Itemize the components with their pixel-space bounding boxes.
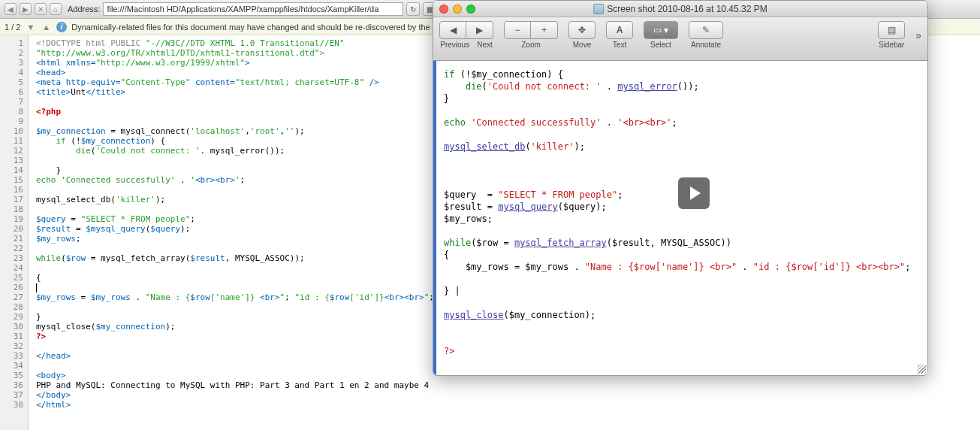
overflow-icon[interactable]: » <box>915 29 921 41</box>
select-button[interactable]: ▭ ▾ <box>644 21 678 39</box>
address-input[interactable] <box>103 2 403 16</box>
preview-body[interactable]: if (!$my_connection) { die('Could not co… <box>433 61 927 375</box>
traffic-lights <box>439 5 475 14</box>
window-titlebar[interactable]: Screen shot 2010-08-16 at 10.45.32 PM <box>433 1 927 17</box>
annotate-label: Annotate <box>691 41 721 49</box>
pager-down-icon[interactable]: ▼ <box>25 23 36 32</box>
zoom-icon[interactable] <box>466 5 475 14</box>
preview-window: Screen shot 2010-08-16 at 10.45.32 PM ◀ … <box>433 0 928 376</box>
minimize-icon[interactable] <box>453 5 462 14</box>
info-icon: i <box>56 22 67 32</box>
nav-group: ◀ ▶ Previous Next <box>439 21 493 49</box>
back-button[interactable]: ◀ <box>5 3 17 15</box>
home-button[interactable]: ⌂ <box>50 3 62 15</box>
next-label: Next <box>477 41 493 49</box>
search-pager: 1 / 2 <box>5 23 20 32</box>
stop-button[interactable]: ✕ <box>35 3 47 15</box>
move-label: Move <box>573 41 591 49</box>
zoom-label: Zoom <box>521 41 541 49</box>
image-file-icon <box>593 4 604 14</box>
play-button[interactable] <box>678 177 710 209</box>
preview-toolbar: ◀ ▶ Previous Next − + Zoom ✥ Move A Text… <box>433 17 927 61</box>
text-button[interactable]: A <box>606 21 633 39</box>
previous-button[interactable]: ◀ <box>439 21 466 39</box>
forward-button[interactable]: ▶ <box>20 3 32 15</box>
zoom-out-button[interactable]: − <box>504 21 531 39</box>
text-label: Text <box>613 41 626 49</box>
zoom-in-button[interactable]: + <box>531 21 558 39</box>
select-label: Select <box>650 41 671 49</box>
window-title: Screen shot 2010-08-16 at 10.45.32 PM <box>593 4 767 14</box>
resize-handle-icon[interactable] <box>917 365 926 374</box>
address-label: Address: <box>68 5 100 14</box>
play-icon <box>690 186 701 200</box>
info-message: Dynamically-related files for this docum… <box>71 23 448 32</box>
line-gutter: 1234567891011121314151617181920212223242… <box>0 35 29 430</box>
close-icon[interactable] <box>439 5 448 14</box>
sidebar-button[interactable]: ▤ <box>878 21 905 39</box>
annotate-button[interactable]: ✎ <box>689 21 723 39</box>
pager-up-icon[interactable]: ▲ <box>41 23 52 32</box>
reload-button[interactable]: ↻ <box>406 2 420 16</box>
sidebar-label: Sidebar <box>879 41 904 49</box>
previous-label: Previous <box>440 41 469 49</box>
move-button[interactable]: ✥ <box>568 21 596 39</box>
next-button[interactable]: ▶ <box>466 21 493 39</box>
window-title-text: Screen shot 2010-08-16 at 10.45.32 PM <box>607 4 767 14</box>
